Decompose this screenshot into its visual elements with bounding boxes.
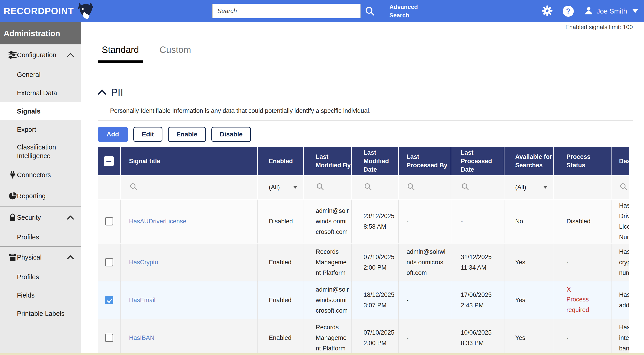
filter-last-processed-date[interactable] [451, 175, 504, 199]
tab-custom[interactable]: Custom [155, 45, 195, 61]
filter-enabled-dropdown[interactable]: (All) [258, 175, 304, 199]
row-checkbox[interactable] [105, 296, 113, 304]
filter-last-modified-date[interactable] [352, 175, 399, 199]
signal-link[interactable]: HasCrypto [129, 257, 158, 268]
filter-process-status [554, 175, 612, 199]
row-checkbox[interactable] [105, 258, 113, 266]
cell-signal-title: HasEmail [121, 281, 258, 319]
signals-limit-text: Enabled signals limit: 100 [98, 24, 633, 31]
column-header-description[interactable]: Des [612, 147, 629, 175]
filter-last-modified-by[interactable] [304, 175, 352, 199]
gear-icon[interactable] [542, 5, 553, 17]
edit-button[interactable]: Edit [134, 127, 162, 142]
select-all-checkbox[interactable] [104, 156, 114, 166]
toolbar: Add Edit Enable Disable [98, 127, 633, 142]
cell-description: Has Driv Lice Nun [612, 200, 629, 243]
sidebar-item-security[interactable]: Security [0, 207, 81, 228]
dropdown-value: (All) [515, 184, 526, 191]
sidebar-item-physical-profiles[interactable]: Profiles [0, 268, 81, 286]
filter-signal-title[interactable] [121, 175, 258, 199]
error-x-icon: X [566, 285, 589, 294]
cell-checkbox [98, 281, 121, 319]
process-required-status: XProcess required [566, 285, 589, 315]
row-checkbox[interactable] [105, 334, 113, 342]
cell-last-processed-date: - [451, 200, 504, 243]
sliders-icon [7, 50, 18, 60]
sidebar-item-label: Connectors [17, 171, 66, 179]
column-header-enabled[interactable]: Enabled [258, 147, 304, 175]
sidebar-item-label: Profiles [17, 233, 54, 241]
cell-last-processed-by: - [399, 319, 451, 355]
sidebar-item-fields[interactable]: Fields [0, 286, 81, 304]
cell-enabled: Enabled [258, 243, 304, 281]
sidebar-item-printable-labels[interactable]: Printable Labels [0, 304, 81, 323]
table-header-row: Signal title Enabled Last Modified By La… [98, 147, 629, 175]
sidebar-item-classification-intelligence[interactable]: Classification Intelligence [0, 139, 81, 164]
sidebar-item-label: Printable Labels [17, 309, 80, 318]
dropdown-value: (All) [269, 184, 280, 191]
filter-description[interactable] [612, 175, 629, 199]
cell-available: No [504, 200, 554, 243]
chevron-up-icon [67, 254, 74, 261]
cell-enabled: Enabled [258, 281, 304, 319]
sidebar-item-configuration[interactable]: Configuration [0, 44, 81, 66]
enable-button[interactable]: Enable [168, 127, 206, 142]
sidebar-item-label: Configuration [17, 51, 72, 59]
sidebar-item-physical[interactable]: Physical [0, 247, 81, 268]
cell-signal-title: HasCrypto [121, 243, 258, 281]
chevron-down-icon [293, 186, 298, 189]
cell-available: Yes [504, 319, 554, 355]
cell-enabled: Disabled [258, 200, 304, 243]
cell-last-modified-date: 23/12/2025 8:58 AM [352, 200, 399, 243]
sidebar-item-export[interactable]: Export [0, 120, 81, 139]
main-content: Enabled signals limit: 100 Standard Cust… [81, 22, 644, 353]
sidebar-item-security-profiles[interactable]: Profiles [0, 228, 81, 246]
disable-button[interactable]: Disable [212, 127, 251, 142]
cell-checkbox [98, 319, 121, 355]
search-input[interactable] [212, 4, 360, 18]
column-header-process-status[interactable]: Process Status [554, 147, 612, 175]
sidebar-item-reporting[interactable]: Reporting [0, 185, 81, 206]
sidebar-item-connectors[interactable]: Connectors [0, 164, 81, 185]
column-header-available-for-searches[interactable]: Available for Searches [504, 147, 554, 175]
user-menu[interactable]: Joe Smith [584, 6, 638, 17]
dog-logo-icon [78, 2, 94, 21]
sidebar-item-signals[interactable]: Signals [0, 102, 81, 120]
sidebar-item-external-data[interactable]: External Data [0, 84, 81, 102]
sidebar-item-general[interactable]: General [0, 66, 81, 84]
row-checkbox[interactable] [105, 217, 113, 225]
filter-available-dropdown[interactable]: (All) [504, 175, 554, 199]
sidebar-item-label: External Data [17, 89, 72, 97]
sidebar-title: Administration [0, 22, 81, 44]
cell-last-modified-by: Records Manageme nt Platform [304, 243, 352, 281]
pii-description: Personally Identifiable Information is a… [110, 107, 633, 114]
signal-link[interactable]: HasEmail [129, 295, 156, 305]
search-icon[interactable] [364, 6, 375, 18]
column-header-last-modified-date[interactable]: Last Modified Date [352, 147, 399, 175]
sidebar-item-label: Fields [17, 291, 50, 300]
column-header-last-modified-by[interactable]: Last Modified By [304, 147, 352, 175]
cell-available: Yes [504, 243, 554, 281]
signal-link[interactable]: HasIBAN [129, 332, 154, 343]
column-header-last-processed-date[interactable]: Last Processed Date [451, 147, 504, 175]
chevron-up-icon [98, 89, 106, 96]
advanced-search-link[interactable]: Advanced Search [389, 3, 432, 20]
chevron-up-icon [67, 51, 74, 59]
sidebar-item-label: Signals [17, 107, 56, 116]
column-header-signal-title[interactable]: Signal title [121, 147, 258, 175]
search-icon [129, 182, 138, 192]
column-header-last-processed-by[interactable]: Last Processed By [399, 147, 451, 175]
tab-standard[interactable]: Standard [98, 45, 143, 63]
filter-last-processed-by[interactable] [399, 175, 451, 199]
cell-last-modified-by: admin@solr winds.onmi crosoft.com [304, 200, 352, 243]
cell-signal-title: HasAUDriverLicense [121, 200, 258, 243]
cell-last-modified-date: 07/10/2025 2:00 PM [352, 243, 399, 281]
user-name: Joe Smith [597, 7, 627, 15]
table-body: HasAUDriverLicenseDisabledadmin@solr win… [98, 199, 629, 355]
cell-last-modified-by: admin@solr winds.onmi crosoft.com [304, 281, 352, 319]
help-icon[interactable]: ? [563, 6, 574, 17]
signal-link[interactable]: HasAUDriverLicense [129, 216, 186, 227]
cell-checkbox [98, 243, 121, 281]
add-button[interactable]: Add [98, 127, 128, 142]
pii-section-header[interactable]: PII [98, 87, 633, 98]
